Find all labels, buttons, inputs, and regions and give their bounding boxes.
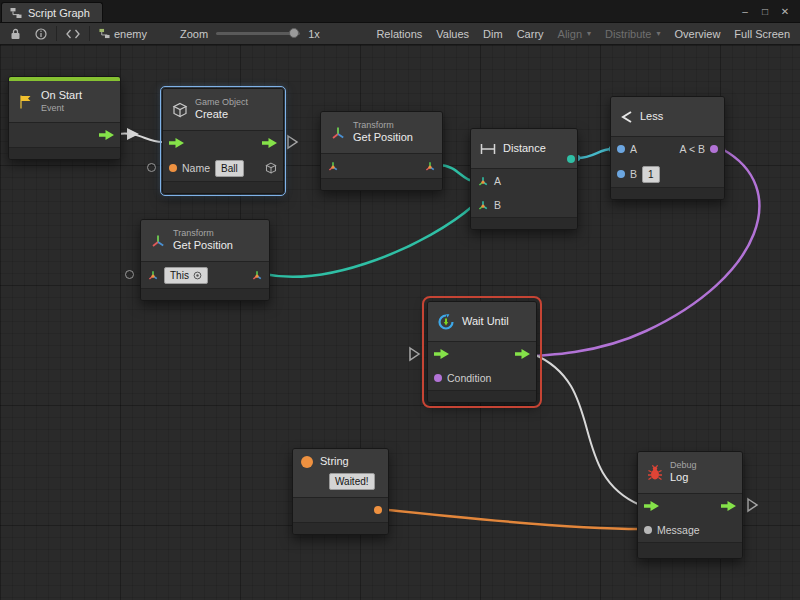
lock-button[interactable] (3, 23, 28, 44)
dim-label: Dim (483, 28, 503, 40)
values-button[interactable]: Values (429, 23, 476, 44)
node-debug-log[interactable]: Debug Log Message (637, 451, 743, 559)
node-title: Less (640, 110, 663, 124)
node-footer (141, 288, 269, 300)
vector3-output-port[interactable] (251, 269, 263, 281)
distribute-dropdown[interactable]: Distribute▾ (598, 23, 667, 44)
zoom-handle[interactable] (289, 28, 299, 38)
port-a-label: A (494, 175, 501, 187)
transform-axes-icon (150, 233, 166, 249)
distance-result-port[interactable] (567, 155, 575, 163)
overview-button[interactable]: Overview (668, 23, 728, 44)
node-title: Get Position (353, 131, 413, 145)
window-titlebar: Script Graph – □ ✕ (0, 0, 800, 22)
node-get-position-bottom[interactable]: Transform Get Position This (140, 219, 270, 301)
node-title: Get Position (173, 239, 233, 253)
carry-button[interactable]: Carry (510, 23, 551, 44)
node-distance[interactable]: Distance A B (470, 128, 578, 230)
edge-on-start-to-create[interactable] (118, 133, 162, 142)
message-label: Message (657, 524, 700, 536)
object-picker-icon[interactable] (193, 271, 202, 280)
node-footer (163, 181, 283, 193)
dim-button[interactable]: Dim (476, 23, 510, 44)
relations-label: Relations (376, 28, 422, 40)
unconnected-port-ring[interactable] (125, 270, 134, 279)
edge-get-position-top-to-distance-a[interactable] (438, 165, 474, 181)
graph-canvas[interactable]: On Start Event Game Object Create (0, 45, 800, 600)
flow-hint-triangle-icon (748, 499, 757, 511)
node-subtitle: Debug (670, 460, 697, 471)
less-result-port[interactable] (710, 145, 718, 153)
string-type-icon (301, 456, 313, 468)
flow-input-port[interactable] (434, 349, 449, 359)
node-footer (428, 390, 536, 402)
node-title: Wait Until (462, 315, 509, 329)
vector3-input-port-a[interactable] (477, 175, 489, 187)
transform-input-port[interactable] (147, 269, 159, 281)
node-less[interactable]: Less A A < B B 1 (610, 96, 725, 200)
flow-output-port[interactable] (262, 138, 277, 148)
edge-string-to-debug-log-message[interactable] (380, 509, 641, 529)
less-input-port-a[interactable] (617, 145, 625, 153)
flow-input-port[interactable] (644, 501, 659, 511)
this-field[interactable]: This (164, 267, 208, 284)
unconnected-port-ring[interactable] (147, 163, 156, 172)
close-button[interactable]: ✕ (775, 3, 795, 19)
flow-input-port[interactable] (169, 138, 184, 148)
string-value-field[interactable]: Waited! (329, 473, 375, 490)
fullscreen-button[interactable]: Full Screen (727, 23, 797, 44)
flow-output-port[interactable] (721, 501, 736, 511)
node-wait-until[interactable]: Wait Until Condition (427, 301, 537, 403)
info-button[interactable] (28, 23, 54, 44)
b-value-field[interactable]: 1 (642, 166, 660, 183)
zoom-control: Zoom 1x (180, 28, 320, 40)
overview-label: Overview (675, 28, 721, 40)
node-on-start-event[interactable]: On Start Event (8, 76, 121, 160)
graph-tab-icon (10, 7, 22, 19)
maximize-button[interactable]: □ (755, 3, 775, 19)
node-get-position-top[interactable]: Transform Get Position (320, 111, 443, 191)
node-footer (9, 147, 120, 159)
less-input-port-b[interactable] (617, 170, 625, 178)
vector3-output-port[interactable] (424, 160, 436, 172)
chevron-down-icon: ▾ (657, 29, 661, 38)
tab-script-graph[interactable]: Script Graph (1, 2, 103, 22)
port-a-label: A (630, 143, 637, 155)
name-input-port[interactable] (169, 164, 177, 172)
game-object-picker-icon[interactable] (265, 162, 277, 174)
relations-button[interactable]: Relations (369, 23, 429, 44)
port-b-label: B (630, 168, 637, 180)
flow-output-port[interactable] (515, 349, 530, 359)
condition-input-port[interactable] (434, 374, 442, 382)
minimize-button[interactable]: – (735, 3, 755, 19)
code-view-button[interactable] (59, 23, 87, 44)
this-value: This (170, 269, 189, 282)
graph-target-button[interactable]: enemy (92, 23, 154, 44)
zoom-slider[interactable] (216, 32, 300, 35)
flow-output-port[interactable] (99, 130, 114, 140)
transform-input-port[interactable] (327, 160, 339, 172)
node-title: Log (670, 471, 697, 485)
name-field[interactable]: Ball (215, 160, 244, 177)
distribute-label: Distribute (605, 28, 651, 40)
vector3-input-port-b[interactable] (477, 199, 489, 211)
edge-get-position-bottom-to-distance-b[interactable] (264, 205, 474, 277)
node-title: Create (195, 108, 248, 122)
transform-axes-icon (330, 125, 346, 141)
node-game-object-create[interactable]: Game Object Create Name Ball (162, 88, 284, 194)
message-input-port[interactable] (644, 526, 652, 534)
fullscreen-label: Full Screen (734, 28, 790, 40)
align-dropdown[interactable]: Align▾ (551, 23, 598, 44)
toolbar-divider (89, 26, 90, 41)
node-subtitle: Transform (353, 120, 413, 131)
graph-asset-icon (99, 28, 110, 39)
string-output-port[interactable] (374, 506, 382, 514)
node-footer (321, 178, 442, 190)
condition-label: Condition (447, 372, 491, 384)
edge-wait-until-to-debug-log[interactable] (533, 354, 640, 505)
node-footer (293, 522, 388, 534)
port-b-label: B (494, 199, 501, 211)
flow-hint-triangle-icon (288, 136, 297, 148)
node-string-literal[interactable]: String Waited! (292, 448, 389, 535)
edge-distance-to-less-a[interactable] (577, 149, 612, 158)
